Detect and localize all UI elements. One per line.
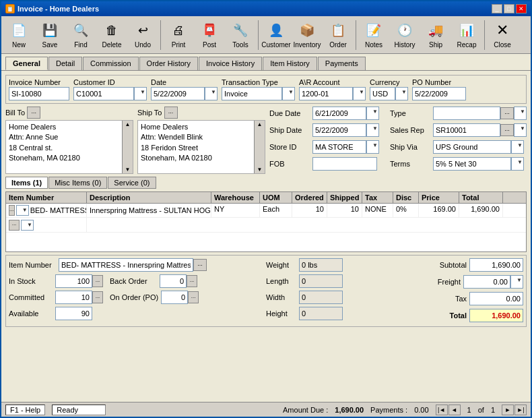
due-date-dropdown[interactable] [366,107,379,120]
type-dropdown[interactable] [514,107,527,120]
ar-account-input[interactable] [299,87,353,100]
po-number-input[interactable] [412,87,466,100]
maximize-button[interactable]: □ [504,4,514,13]
item-dots-btn-empty[interactable]: ··· [9,220,20,231]
type-dots-button[interactable]: ··· [500,107,514,119]
back-order-dots[interactable]: ··· [187,275,197,287]
sales-rep-dots-button[interactable]: ··· [500,124,514,136]
tab-invoice-history[interactable]: Invoice History [199,57,262,70]
toolbar-ship[interactable]: 🚚 Ship [421,18,451,52]
store-id-dropdown[interactable] [366,140,379,154]
toolbar-notes[interactable]: 📝 Notes [359,18,389,52]
col-price: Price [419,192,459,203]
total-input[interactable] [469,309,523,322]
ship-date-dropdown[interactable] [366,123,379,137]
type-input[interactable] [433,107,500,120]
items-tab[interactable]: Items (1) [5,177,48,189]
transaction-type-input[interactable] [222,87,282,100]
ship-to-address-box: Home DealersAttn: Wendell Blink18 Ferido… [137,120,265,174]
due-date-input[interactable] [312,107,366,120]
currency-dropdown[interactable] [395,87,408,100]
ship-via-input[interactable] [433,140,511,154]
right-form: Due Date Ship Date [269,107,527,174]
inventory-label: Inventory [293,41,321,49]
available-input[interactable] [55,307,92,320]
toolbar-tools[interactable]: 🔧 Tools [226,18,255,52]
nav-last[interactable]: ►| [514,405,527,415]
invoice-number-input[interactable] [9,87,69,100]
window-title: Invoice - Home Dealers [18,5,99,13]
ar-account-dropdown[interactable] [353,87,366,100]
toolbar-close[interactable]: ✕ Close [488,18,517,52]
toolbar-save[interactable]: 💾 Save [35,18,65,52]
committed-dots[interactable]: ··· [92,291,103,303]
minimize-button[interactable]: _ [492,4,502,13]
on-order-input[interactable] [161,291,188,304]
toolbar-delete[interactable]: 🗑 Delete [97,18,127,52]
in-stock-input[interactable] [55,274,92,288]
item-dropdown-empty[interactable] [21,220,34,231]
fob-input[interactable] [312,157,377,171]
date-input[interactable] [151,87,205,100]
tax-total-input[interactable] [469,292,523,305]
freight-input[interactable] [463,275,510,289]
toolbar-new[interactable]: 📄 New [4,18,34,52]
sales-rep-input[interactable] [433,123,500,137]
subtotal-input[interactable] [469,258,523,272]
toolbar-undo[interactable]: ↩ Undo [128,18,158,52]
table-row-empty[interactable]: ··· [6,218,526,233]
ship-to-scrollbar[interactable]: ▲ ▼ [254,121,265,173]
item-dropdown[interactable]: BED- MATTRESS [16,205,29,216]
item-number-bottom-input[interactable] [59,258,193,272]
toolbar-order[interactable]: 📋 Order [323,18,353,52]
toolbar-post[interactable]: 📮 Post [195,18,224,52]
ship-to-button[interactable]: ··· [164,107,178,119]
item-number-bottom-dots[interactable]: ··· [193,259,207,271]
tab-item-history[interactable]: Item History [263,57,317,70]
toolbar-history[interactable]: 🕐 History [390,18,420,52]
store-id-input[interactable] [312,140,366,154]
misc-items-tab[interactable]: Misc Items (0) [48,177,107,189]
transaction-type-dropdown[interactable] [282,87,295,100]
date-dropdown[interactable] [205,87,218,100]
tab-commission[interactable]: Commission [83,57,139,70]
width-input[interactable] [299,291,343,304]
item-dots-btn[interactable]: ··· [9,205,15,216]
toolbar-customer[interactable]: 👤 Customer [261,18,291,52]
toolbar-inventory[interactable]: 📦 Inventory [292,18,322,52]
ship-via-dropdown[interactable] [511,140,524,154]
customer-id-dropdown[interactable] [134,87,147,100]
height-input[interactable] [299,307,343,320]
nav-next[interactable]: ► [502,405,514,415]
customer-id-input[interactable] [73,87,134,100]
freight-dropdown[interactable]: N [510,275,523,289]
table-row[interactable]: ··· BED- MATTRESS BED- MATTRESS Innerspr… [6,204,526,218]
top-fields: Invoice Number Customer ID Date [5,75,527,104]
bill-to-scrollbar[interactable]: ▲ ▼ [122,121,133,173]
weight-input[interactable] [299,258,343,272]
committed-input[interactable] [55,291,92,304]
currency-input[interactable] [370,87,395,100]
col-uom: UOM [260,192,292,203]
tab-payments[interactable]: Payments [318,57,366,70]
close-button[interactable]: ✕ [516,4,527,13]
back-order-input[interactable] [160,274,187,288]
length-input[interactable] [299,274,343,288]
in-stock-dots[interactable]: ··· [92,275,103,287]
terms-input[interactable] [433,157,511,171]
terms-dropdown[interactable] [511,157,524,171]
ship-date-input[interactable] [312,123,366,137]
cell-price-1: 169.00 [419,204,459,217]
nav-first[interactable]: |◄ [436,405,448,415]
on-order-dots[interactable]: ··· [188,291,199,303]
toolbar-find[interactable]: 🔍 Find [66,18,96,52]
tab-detail[interactable]: Detail [48,57,82,70]
sales-rep-dropdown[interactable] [514,123,527,137]
tab-general[interactable]: General [5,57,48,70]
tab-order-history[interactable]: Order History [139,57,198,70]
nav-prev[interactable]: ◄ [448,405,461,415]
toolbar-print[interactable]: 🖨 Print [164,18,193,52]
toolbar-recap[interactable]: 📊 Recap [452,18,481,52]
bill-to-button[interactable]: ··· [27,107,40,119]
service-tab[interactable]: Service (0) [108,177,156,189]
